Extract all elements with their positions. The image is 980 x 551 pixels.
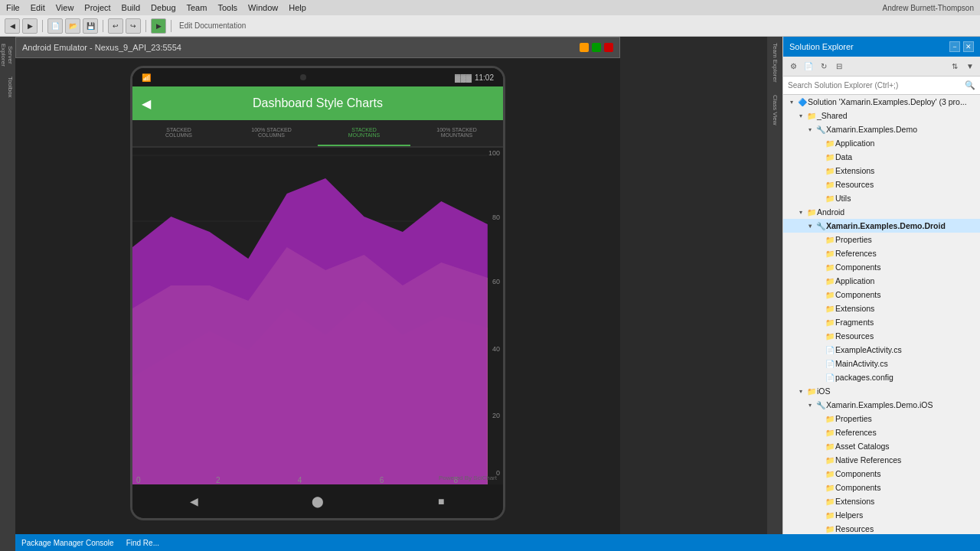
tree-item-23[interactable]: 📁 Properties (783, 412, 980, 425)
tree-item-22[interactable]: ▾ 🔧 Xamarin.Examples.Demo.iOS (783, 398, 980, 412)
emulator-close[interactable] (604, 43, 613, 52)
toolbar-debug-start[interactable]: ▶ (151, 18, 166, 34)
menu-help[interactable]: Help (289, 3, 306, 12)
tree-item-1[interactable]: ▾ 📁 _Shared (783, 109, 980, 122)
tree-item-21[interactable]: ▾ 📁 iOS (783, 384, 980, 398)
toolbar-forward[interactable]: ▶ (22, 18, 38, 34)
se-sync-btn[interactable]: ⇅ (948, 60, 962, 73)
x-label-0: 0 (136, 476, 141, 484)
tree-item-19[interactable]: 📄 MainActivity.cs (783, 357, 980, 370)
tree-item-6[interactable]: 📁 Resources (783, 178, 980, 191)
tree-icon-10: 📁 (825, 236, 835, 244)
toolbar-new[interactable]: 📄 (47, 18, 63, 34)
tree-item-14[interactable]: 📁 Components (783, 288, 980, 302)
tree-arrow-0[interactable]: ▾ (786, 99, 797, 106)
se-filter-btn[interactable]: ▼ (963, 60, 977, 73)
tab-bar: STACKEDCOLUMNS 100% STACKEDCOLUMNS STACK… (132, 120, 503, 148)
tree-item-30[interactable]: 📁 Helpers (783, 508, 980, 522)
tree-item-3[interactable]: 📁 Application (783, 136, 980, 150)
bottom-find-results[interactable]: Find Re... (126, 539, 159, 547)
tree-icon-26: 📁 (825, 456, 835, 465)
tree-arrow-8[interactable]: ▾ (795, 209, 806, 216)
tree-item-4[interactable]: 📁 Data (783, 150, 980, 164)
tree-item-28[interactable]: 📁 Components (783, 481, 980, 494)
se-title-bar: Solution Explorer − ✕ (783, 37, 980, 57)
tab-100-stacked-columns[interactable]: 100% STACKEDCOLUMNS (225, 120, 318, 146)
menu-tools[interactable]: Tools (217, 3, 237, 12)
menu-team[interactable]: Team (187, 3, 207, 12)
tree-item-2[interactable]: ▾ 🔧 Xamarin.Examples.Demo (783, 122, 980, 136)
left-sidebar: Server Explorer Toolbox (0, 37, 15, 551)
tree-icon-4: 📁 (825, 153, 835, 161)
toolbar-open[interactable]: 📂 (65, 18, 80, 34)
menu-debug[interactable]: Debug (151, 3, 175, 12)
tree-item-29[interactable]: 📁 Extensions (783, 494, 980, 508)
toolbar-back[interactable]: ◀ (5, 18, 20, 34)
tab-stacked-mountains[interactable]: STACKEDMOUNTAINS (318, 120, 410, 146)
nav-back-button[interactable]: ◀ (183, 490, 206, 513)
emulator-maximize[interactable] (592, 43, 601, 52)
tree-item-20[interactable]: 📄 packages.config (783, 370, 980, 384)
tree-item-10[interactable]: 📁 Properties (783, 233, 980, 246)
nav-recents-button[interactable]: ■ (430, 490, 452, 513)
se-show-files-btn[interactable]: 📄 (802, 60, 815, 73)
se-properties-btn[interactable]: ⚙ (786, 60, 800, 73)
tree-item-27[interactable]: 📁 Components (783, 467, 980, 481)
y-label-60: 60 (492, 278, 500, 285)
tree-arrow-2[interactable]: ▾ (805, 126, 815, 133)
sidebar-server-explorer[interactable]: Server Explorer (2, 40, 14, 70)
tree-item-25[interactable]: 📁 Asset Catalogs (783, 439, 980, 453)
tree-item-12[interactable]: 📁 Components (783, 260, 980, 274)
toolbar-redo[interactable]: ↪ (126, 18, 141, 34)
tree-item-18[interactable]: 📄 ExampleActivity.cs (783, 343, 980, 357)
tree-item-24[interactable]: 📁 References (783, 425, 980, 439)
menu-window[interactable]: Window (248, 3, 278, 12)
tree-item-15[interactable]: 📁 Extensions (783, 302, 980, 315)
tree-item-17[interactable]: 📁 Resources (783, 329, 980, 343)
tree-icon-8: 📁 (806, 208, 817, 217)
tab-100-stacked-mountains[interactable]: 100% STACKEDMOUNTAINS (410, 120, 503, 146)
tree-item-8[interactable]: ▾ 📁 Android (783, 205, 980, 219)
toolbar-sep-2 (103, 20, 103, 32)
menu-build[interactable]: Build (122, 3, 140, 12)
tree-arrow-9[interactable]: ▾ (805, 223, 815, 230)
tree-icon-0: 🔷 (797, 98, 808, 106)
tree-item-13[interactable]: 📁 Application (783, 274, 980, 288)
menu-project[interactable]: Project (84, 3, 110, 12)
se-search-box[interactable]: 🔍 (783, 77, 980, 95)
se-close-button[interactable]: ✕ (963, 41, 974, 52)
tree-arrow-1[interactable]: ▾ (795, 112, 806, 119)
tree-item-9[interactable]: ▾ 🔧 Xamarin.Examples.Demo.Droid (783, 219, 980, 233)
tree-item-5[interactable]: 📁 Extensions (783, 164, 980, 178)
tree-arrow-22[interactable]: ▾ (805, 402, 815, 409)
bottom-pkg-console[interactable]: Package Manager Console (21, 539, 114, 547)
sidebar-toolbox[interactable]: Toolbox (2, 72, 14, 103)
se-pin-button[interactable]: − (949, 41, 960, 52)
tree-icon-7: 📁 (825, 194, 835, 203)
se-search-input[interactable] (788, 81, 962, 90)
menu-view[interactable]: View (56, 3, 74, 12)
app-back-button[interactable]: ◀ (142, 96, 151, 111)
menu-file[interactable]: File (6, 3, 20, 12)
toolbar-save[interactable]: 💾 (83, 18, 98, 34)
tree-item-7[interactable]: 📁 Utils (783, 191, 980, 205)
toolbar-undo[interactable]: ↩ (108, 18, 123, 34)
tree-item-0[interactable]: ▾ 🔷 Solution 'Xamarin.Examples.Deploy' (… (783, 95, 980, 109)
tree-item-16[interactable]: 📁 Fragments (783, 315, 980, 329)
team-explorer-tab[interactable]: Team Explorer (772, 40, 779, 86)
menu-edit[interactable]: Edit (31, 3, 45, 12)
tree-icon-21: 📁 (806, 387, 817, 396)
nav-home-button[interactable]: ⬤ (306, 490, 329, 513)
se-refresh-btn[interactable]: ↻ (817, 60, 831, 73)
emulator-minimize[interactable] (580, 43, 589, 52)
tree-item-26[interactable]: 📁 Native References (783, 453, 980, 467)
se-collapse-btn[interactable]: ⊟ (832, 60, 846, 73)
tree-item-11[interactable]: 📁 References (783, 246, 980, 260)
se-search-icon[interactable]: 🔍 (965, 80, 975, 90)
toolbar-sep-3 (145, 20, 146, 32)
tree-arrow-21[interactable]: ▾ (795, 388, 806, 395)
tab-stacked-columns[interactable]: STACKEDCOLUMNS (132, 120, 225, 146)
class-view-tab[interactable]: Class View (772, 87, 779, 133)
x-label-6: 6 (380, 476, 384, 484)
toolbar-doc-btn[interactable]: Edit Documentation (179, 21, 246, 30)
